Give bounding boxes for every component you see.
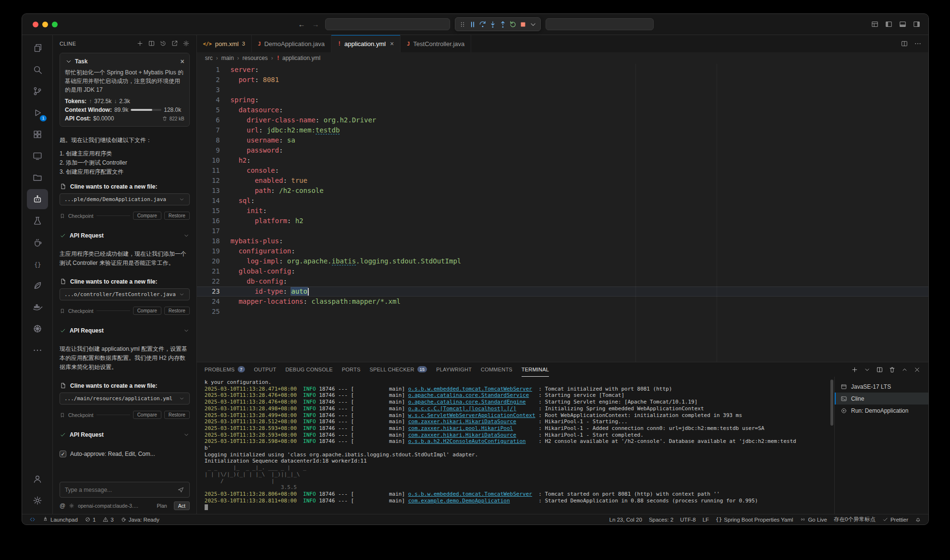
layout-panel-icon[interactable] [899, 20, 907, 28]
panel-tab-spell-checker[interactable]: SPELL CHECKER15 [369, 362, 427, 377]
tab-DemoApplication.java[interactable]: JDemoApplication.java [252, 35, 331, 52]
code-line[interactable]: 13 path: /h2-console [197, 186, 928, 196]
restore-button[interactable]: Restore [164, 307, 190, 315]
code-line[interactable]: 8 username: sa [197, 135, 928, 145]
debug-more-button[interactable] [529, 20, 537, 29]
status-go-live[interactable]: Go Live [796, 514, 830, 524]
activity-item-settings[interactable] [27, 490, 48, 511]
code-line[interactable]: 4spring: [197, 95, 928, 105]
panel-tab-ports[interactable]: PORTS [342, 362, 361, 377]
terminal-scrollbar[interactable] [829, 377, 834, 514]
customize-layout-icon[interactable] [871, 20, 879, 28]
code-line[interactable]: 2 port: 8081 [197, 75, 928, 85]
activity-item-java[interactable] [27, 232, 48, 252]
close-panel-button[interactable] [913, 366, 921, 373]
breadcrumb-item[interactable]: main [221, 55, 234, 61]
debug-stop-button[interactable] [519, 20, 527, 29]
debug-step-into-button[interactable] [488, 20, 497, 29]
code-line[interactable]: 5 datasource: [197, 105, 928, 115]
activity-item-remote-explorer[interactable] [27, 146, 48, 166]
settings-icon[interactable] [183, 40, 190, 47]
terminal-output[interactable]: k your configuration.2025-03-10T11:13:28… [197, 377, 829, 514]
layout-sidebar-right-icon[interactable] [913, 20, 921, 28]
kill-terminal-button[interactable] [889, 366, 896, 373]
code-line[interactable]: 7 url: jdbc:h2:mem:testdb [197, 125, 928, 135]
debug-drag-handle[interactable] [458, 20, 467, 29]
code-line[interactable]: 25 [197, 307, 928, 317]
code-line[interactable]: 6 driver-class-name: org.h2.Driver [197, 115, 928, 125]
debug-restart-button[interactable] [509, 20, 517, 29]
zoom-window-button[interactable] [52, 22, 58, 27]
layout-sidebar-left-icon[interactable] [885, 20, 893, 28]
activity-item-json[interactable]: {} [27, 254, 48, 274]
compare-button[interactable]: Compare [133, 212, 161, 220]
history-icon[interactable] [159, 40, 167, 47]
editor[interactable]: 1server:2 port: 808134spring:5 datasourc… [197, 64, 928, 362]
file-path-dropdown[interactable]: ...ple/demo/DemoApplication.java [60, 193, 190, 205]
tab-pom.xml[interactable]: </>pom.xml3 [197, 35, 252, 52]
split-editor-icon[interactable] [901, 40, 908, 48]
tab-TestController.java[interactable]: JTestController.java [401, 35, 471, 52]
activity-item-source-control[interactable] [27, 81, 48, 101]
status-notifications[interactable] [912, 514, 925, 524]
api-request-row[interactable]: API Request [60, 232, 190, 239]
status-errors[interactable]: 1 [81, 514, 99, 524]
terminal-profile-dropdown[interactable] [864, 366, 871, 373]
close-window-button[interactable] [33, 22, 38, 27]
new-terminal-button[interactable] [851, 366, 858, 373]
code-line[interactable]: 10 h2: [197, 155, 928, 166]
activity-item-more[interactable] [27, 340, 48, 360]
status-java-status[interactable]: Java: Ready [117, 514, 163, 524]
status-pangu-checker[interactable]: 存在0个异常标点 [830, 514, 879, 524]
terminal-instance-javase-17-lts[interactable]: JavaSE-17 LTS [835, 381, 928, 393]
activity-item-file-explorer[interactable] [27, 167, 48, 188]
panel-tab-comments[interactable]: COMMENTS [481, 362, 512, 377]
code-line[interactable]: 17 [197, 226, 928, 236]
code-line[interactable]: 16 platform: h2 [197, 216, 928, 226]
status-warnings[interactable]: 3 [99, 514, 117, 524]
debug-pause-button[interactable] [468, 20, 477, 29]
code-line[interactable]: 14 sql: [197, 196, 928, 206]
plan-mode-button[interactable]: Plan [154, 502, 171, 510]
code-line[interactable]: 9 password: [197, 145, 928, 155]
auto-approve-row[interactable]: ✓ Auto-approve: Read, Edit, Com... [60, 451, 190, 457]
model-selector[interactable]: openai-compat:claude-3.5... [78, 503, 140, 509]
compare-button[interactable]: Compare [133, 411, 161, 419]
message-input[interactable]: Type a message... [60, 482, 190, 498]
file-path-dropdown[interactable]: .../main/resources/application.yml [60, 393, 190, 405]
auto-approve-checkbox[interactable]: ✓ [60, 451, 66, 457]
panel-tab-terminal[interactable]: TERMINAL [522, 362, 549, 377]
code-line[interactable]: 23 id-type: auto [197, 286, 928, 297]
navigate-back-button[interactable]: ← [297, 20, 306, 28]
activity-item-testing[interactable] [27, 211, 48, 231]
mention-icon[interactable]: @ [60, 502, 65, 509]
code-line[interactable]: 3 [197, 85, 928, 95]
navigate-forward-button[interactable]: → [311, 20, 320, 28]
code-line[interactable]: 19 configuration: [197, 246, 928, 256]
file-path-dropdown[interactable]: ...o/controller/TestController.java [60, 288, 190, 300]
close-tab-icon[interactable]: × [390, 40, 394, 48]
activity-item-docker[interactable] [27, 297, 48, 317]
code-line[interactable]: 24 mapper-locations: classpath:mapper/*.… [197, 297, 928, 307]
status-prettier[interactable]: Prettier [879, 514, 912, 524]
activity-item-kubernetes[interactable] [27, 319, 48, 339]
status-launchpad[interactable]: Launchpad [39, 514, 81, 524]
maximize-panel-button[interactable] [901, 366, 908, 373]
layout-icon[interactable] [148, 40, 155, 47]
more-actions-icon[interactable] [914, 40, 922, 48]
act-mode-button[interactable]: Act [174, 501, 190, 510]
status-cursor-position[interactable]: Ln 23, Col 20 [606, 514, 645, 524]
gear-icon[interactable] [69, 503, 74, 509]
panel-tab-playwright[interactable]: PLAYWRIGHT [436, 362, 472, 377]
task-size-badge[interactable]: 822 kB [162, 116, 184, 121]
command-center-secondary[interactable] [546, 18, 654, 30]
breadcrumb-item[interactable]: !application.yml [277, 55, 321, 61]
minimize-window-button[interactable] [42, 22, 48, 27]
send-icon[interactable] [177, 486, 184, 493]
api-request-row[interactable]: API Request [60, 327, 190, 334]
activity-item-cline[interactable] [27, 189, 48, 209]
code-line[interactable]: 15 init: [197, 206, 928, 216]
status-remote-indicator[interactable] [26, 514, 39, 524]
code-line[interactable]: 22 db-config: [197, 276, 928, 286]
tab-application.yml[interactable]: !application.yml× [331, 35, 401, 52]
